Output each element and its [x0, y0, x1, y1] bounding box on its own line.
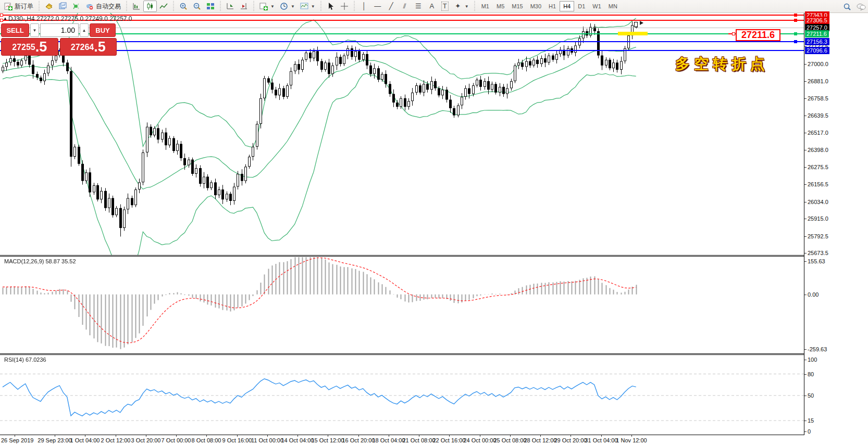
- timeframe-button-h1[interactable]: H1: [545, 1, 560, 11]
- timeframe-button-d1[interactable]: D1: [574, 1, 589, 11]
- text-a-icon: A: [428, 2, 436, 10]
- timeframe-button-w1[interactable]: W1: [589, 1, 605, 11]
- trendline-tool[interactable]: ╱: [385, 1, 398, 12]
- rsi-tick-80: 80: [808, 371, 814, 377]
- collapse-triangle-icon[interactable]: ▲: [3, 16, 7, 21]
- timeframe-button-h4[interactable]: H4: [560, 1, 574, 11]
- time-tick-mark: [15, 435, 15, 437]
- period-button[interactable]: ▼: [277, 1, 297, 12]
- dropdown-arrow-icon: ▼: [465, 4, 469, 9]
- timeframe-button-m5[interactable]: M5: [493, 1, 508, 11]
- fibonacci-tool[interactable]: ☰: [412, 1, 425, 12]
- time-tick-mark: [237, 435, 238, 437]
- signals-button[interactable]: [69, 1, 83, 12]
- volume-input[interactable]: [40, 23, 79, 37]
- main-chart-canvas[interactable]: [0, 13, 804, 255]
- chart-shift-icon: [240, 2, 248, 10]
- hline-handle[interactable]: [794, 32, 797, 35]
- axis-tick-mark: [804, 374, 807, 375]
- cursor-arrow-icon: [327, 2, 335, 10]
- indicators-button[interactable]: ▼: [297, 1, 318, 12]
- channel-tool[interactable]: ⫽: [398, 1, 412, 12]
- timeframe-button-m30[interactable]: M30: [527, 1, 545, 11]
- time-tick-mark: [540, 435, 541, 437]
- dropdown-arrow-icon: ▼: [311, 4, 315, 9]
- timeframe-button-m1[interactable]: M1: [478, 1, 493, 11]
- panel-separator[interactable]: [0, 354, 868, 355]
- candlestick-mode-button[interactable]: [143, 1, 157, 12]
- market-watch-button[interactable]: [42, 1, 56, 12]
- time-label: 1 Oct 04:00: [70, 437, 100, 443]
- price-tick-27000.0: 27000.0: [808, 61, 828, 67]
- dropdown-arrow-icon: ▼: [291, 4, 295, 9]
- toolbar-separator: [320, 1, 321, 11]
- bar-chart-mode-button[interactable]: [130, 1, 143, 12]
- zoom-in-button[interactable]: [177, 1, 190, 12]
- object-anchor-square[interactable]: [634, 22, 638, 27]
- zoom-in-icon: [179, 2, 188, 10]
- panel-separator[interactable]: [0, 255, 868, 256]
- callout-anchor-square[interactable]: [732, 32, 735, 35]
- hline-handle[interactable]: [794, 14, 797, 17]
- time-label: 1 Nov 12:00: [616, 437, 647, 443]
- price-axis[interactable]: 27000.026881.026758.526639.526517.026398…: [804, 13, 868, 435]
- timeframe-button-mn[interactable]: MN: [605, 1, 621, 11]
- text-tool[interactable]: A: [425, 1, 439, 12]
- object-anchor-flag-icon[interactable]: [640, 21, 643, 25]
- auto-scroll-button[interactable]: [224, 1, 237, 12]
- profiles-button[interactable]: [56, 1, 69, 12]
- volume-up-button[interactable]: ▲: [80, 23, 89, 37]
- new-order-label: 新订单: [15, 2, 33, 11]
- horizontal-line-tool[interactable]: —: [371, 1, 385, 12]
- time-tick-mark: [480, 435, 480, 437]
- time-label: 9 Oct 16:00: [222, 437, 252, 443]
- hline-27211.6[interactable]: [0, 33, 804, 34]
- new-order-button[interactable]: 新订单: [2, 1, 36, 12]
- panel-separator[interactable]: [0, 353, 868, 354]
- hline-27257.0[interactable]: [0, 28, 804, 28]
- hline-27096.6[interactable]: [0, 50, 804, 51]
- timeframe-button-m15[interactable]: M15: [508, 1, 526, 11]
- volume-down-button[interactable]: ▼: [30, 23, 39, 37]
- dropdown-arrow-icon: ▼: [270, 4, 275, 9]
- axis-tick-mark: [804, 349, 807, 350]
- line-chart-mode-button[interactable]: [157, 1, 170, 12]
- new-chart-button[interactable]: ▼: [257, 1, 277, 12]
- macd-canvas[interactable]: [0, 257, 804, 353]
- time-tick-mark: [328, 435, 328, 437]
- rsi-canvas[interactable]: [0, 355, 804, 435]
- timeframe-group: M1M5M15M30H1H4D1W1MN: [476, 0, 623, 13]
- chart-shift-button[interactable]: [237, 1, 251, 12]
- channel-icon: ⫽: [401, 2, 409, 10]
- vertical-line-tool[interactable]: │: [357, 1, 371, 12]
- hline-27156.3[interactable]: [0, 41, 804, 42]
- autotrade-label: 自动交易: [96, 2, 121, 11]
- axis-tick-mark: [804, 236, 807, 237]
- yellow-highlight-object[interactable]: [618, 32, 648, 35]
- chart-region: ▲ DJ30-,H4 27272.0 27275.0 27249.0 27257…: [0, 13, 868, 445]
- hline-handle[interactable]: [794, 40, 797, 43]
- price-tick-26156.5: 26156.5: [808, 181, 828, 187]
- search-icon[interactable]: [843, 3, 851, 11]
- rsi-tick-100: 100: [808, 357, 817, 363]
- tile-windows-button[interactable]: [204, 1, 217, 12]
- chinese-note[interactable]: 多空转折点: [675, 54, 769, 74]
- rsi-tick-15: 15: [808, 417, 814, 424]
- cursor-tool-button[interactable]: [324, 1, 338, 12]
- price-callout[interactable]: 27211.6: [736, 29, 780, 41]
- hline-handle[interactable]: [794, 19, 797, 22]
- time-axis[interactable]: 26 Sep 201929 Sep 23:001 Oct 04:002 Oct …: [0, 435, 868, 445]
- autotrade-button[interactable]: 自动交易: [83, 1, 123, 12]
- sell-price-button[interactable]: 27255 .5: [1, 38, 58, 56]
- toolbar-separator: [220, 1, 221, 11]
- buy-price-button[interactable]: 27264 .5: [60, 38, 117, 56]
- zoom-out-button[interactable]: [190, 1, 204, 12]
- chat-icon[interactable]: [857, 3, 865, 11]
- panel-separator[interactable]: [0, 256, 868, 257]
- buy-button[interactable]: BUY: [90, 23, 116, 37]
- axis-tick-mark: [804, 184, 807, 185]
- arrows-tool[interactable]: ✦▼: [451, 1, 472, 12]
- label-tool[interactable]: T: [439, 1, 451, 12]
- sell-button[interactable]: SELL: [1, 23, 29, 37]
- crosshair-tool-button[interactable]: [338, 1, 351, 12]
